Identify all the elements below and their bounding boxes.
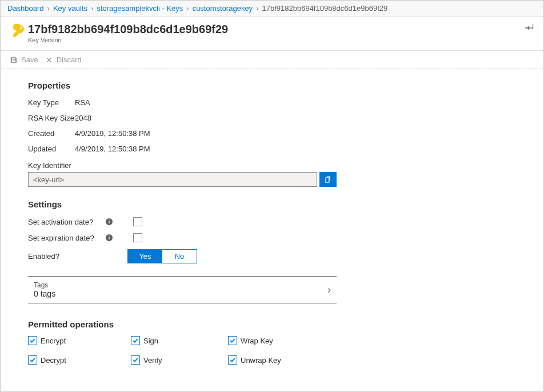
- property-value: 2048: [75, 114, 91, 122]
- key-identifier-input[interactable]: [28, 172, 317, 187]
- info-icon[interactable]: i: [106, 218, 113, 225]
- save-label: Save: [21, 55, 38, 64]
- op-label: Sign: [143, 337, 158, 345]
- enabled-label: Enabled?: [28, 252, 101, 261]
- op-label: Wrap Key: [241, 337, 273, 345]
- checkbox-icon[interactable]: [228, 355, 237, 365]
- property-label: Created: [28, 129, 75, 138]
- key-icon: [10, 22, 28, 41]
- breadcrumb-current: 17bf9182bb694f109b8dc6d1e9b69f29: [262, 4, 387, 13]
- op-wrapkey[interactable]: Wrap Key: [228, 336, 331, 345]
- property-value: RSA: [75, 98, 90, 107]
- property-row: RSA Key Size 2048: [28, 110, 521, 126]
- breadcrumb: Dashboard › Key vaults › storagesamplekv…: [1, 1, 543, 17]
- key-identifier-label: Key Identifier: [28, 161, 521, 170]
- property-value: 4/9/2019, 12:50:38 PM: [75, 145, 150, 153]
- properties-heading: Properties: [28, 81, 521, 90]
- breadcrumb-key[interactable]: customstoragekey: [193, 4, 253, 13]
- op-label: Encrypt: [41, 337, 66, 345]
- activation-checkbox[interactable]: [133, 217, 142, 226]
- info-icon[interactable]: i: [106, 234, 113, 241]
- discard-button[interactable]: Discard: [45, 55, 82, 64]
- tags-count: 0 tags: [34, 289, 55, 298]
- checkbox-icon[interactable]: [228, 336, 237, 345]
- enabled-no[interactable]: No: [162, 250, 197, 263]
- toolbar: Save Discard: [1, 51, 543, 69]
- pin-button[interactable]: [525, 22, 534, 33]
- property-row: Created 4/9/2019, 12:50:38 PM: [28, 126, 521, 141]
- op-decrypt[interactable]: Decrypt: [28, 355, 131, 365]
- op-label: Decrypt: [41, 356, 66, 365]
- op-unwrapkey[interactable]: Unwrap Key: [228, 355, 331, 365]
- page-header: 17bf9182bb694f109b8dc6d1e9b69f29 Key Ver…: [1, 17, 543, 51]
- page-title: 17bf9182bb694f109b8dc6d1e9b69f29: [28, 22, 228, 36]
- activation-label: Set activation date?: [28, 218, 101, 226]
- expiration-checkbox[interactable]: [133, 233, 142, 242]
- property-row: Key Type RSA: [28, 95, 521, 110]
- op-encrypt[interactable]: Encrypt: [28, 336, 131, 345]
- discard-label: Discard: [57, 55, 82, 64]
- property-label: Key Type: [28, 98, 75, 107]
- property-label: RSA Key Size: [28, 114, 75, 122]
- save-icon: [10, 56, 18, 64]
- expiration-label: Set expiration date?: [28, 234, 101, 242]
- permitted-heading: Permitted operations: [28, 319, 521, 329]
- page-subtitle: Key Version: [28, 37, 228, 43]
- discard-icon: [45, 56, 53, 64]
- breadcrumb-dashboard[interactable]: Dashboard: [7, 4, 44, 13]
- property-row: Updated 4/9/2019, 12:50:38 PM: [28, 141, 521, 157]
- checkbox-icon[interactable]: [131, 355, 140, 365]
- copy-icon: [324, 175, 332, 183]
- checkbox-icon[interactable]: [28, 355, 37, 365]
- copy-button[interactable]: [319, 172, 337, 187]
- chevron-right-icon: ›: [47, 4, 50, 13]
- tags-label: Tags: [34, 281, 55, 289]
- chevron-right-icon: ›: [327, 284, 331, 296]
- chevron-right-icon: ›: [186, 4, 189, 13]
- op-verify[interactable]: Verify: [131, 355, 228, 365]
- enabled-yes[interactable]: Yes: [128, 250, 162, 263]
- save-button[interactable]: Save: [10, 55, 38, 64]
- chevron-right-icon: ›: [91, 4, 93, 13]
- breadcrumb-vault[interactable]: storagesamplekvcli - Keys: [97, 4, 183, 13]
- breadcrumb-keyvaults[interactable]: Key vaults: [53, 4, 87, 13]
- checkbox-icon[interactable]: [28, 336, 37, 345]
- property-label: Updated: [28, 145, 75, 153]
- op-sign[interactable]: Sign: [131, 336, 228, 345]
- op-label: Unwrap Key: [241, 356, 281, 365]
- settings-heading: Settings: [28, 199, 521, 209]
- op-label: Verify: [143, 356, 162, 365]
- checkbox-icon[interactable]: [131, 336, 140, 345]
- tags-panel[interactable]: Tags 0 tags ›: [28, 276, 337, 303]
- property-value: 4/9/2019, 12:50:38 PM: [75, 129, 150, 138]
- enabled-toggle[interactable]: Yes No: [127, 249, 197, 263]
- chevron-right-icon: ›: [256, 4, 258, 13]
